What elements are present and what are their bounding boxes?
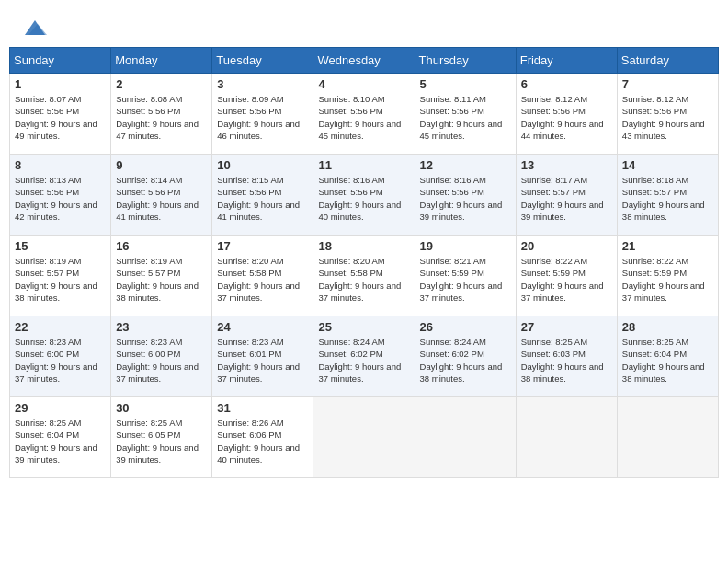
- calendar: SundayMondayTuesdayWednesdayThursdayFrid…: [9, 47, 719, 478]
- calendar-day-cell: 17 Sunrise: 8:20 AM Sunset: 5:58 PM Dayl…: [212, 236, 313, 316]
- calendar-day-cell: 16 Sunrise: 8:19 AM Sunset: 5:57 PM Dayl…: [111, 236, 212, 316]
- calendar-day-cell: 7 Sunrise: 8:12 AM Sunset: 5:56 PM Dayli…: [617, 74, 718, 155]
- day-number: 11: [318, 158, 409, 172]
- day-info: Sunrise: 8:23 AM Sunset: 6:01 PM Dayligh…: [217, 336, 308, 385]
- day-info: Sunrise: 8:14 AM Sunset: 5:56 PM Dayligh…: [116, 174, 207, 223]
- calendar-day-cell: 19 Sunrise: 8:21 AM Sunset: 5:59 PM Dayl…: [415, 236, 516, 316]
- calendar-week-row: 22 Sunrise: 8:23 AM Sunset: 6:00 PM Dayl…: [10, 316, 719, 397]
- day-info: Sunrise: 8:19 AM Sunset: 5:57 PM Dayligh…: [15, 255, 106, 304]
- day-info: Sunrise: 8:16 AM Sunset: 5:56 PM Dayligh…: [420, 174, 511, 223]
- calendar-day-cell: 3 Sunrise: 8:09 AM Sunset: 5:56 PM Dayli…: [212, 74, 313, 155]
- calendar-day-cell: 27 Sunrise: 8:25 AM Sunset: 6:03 PM Dayl…: [516, 316, 617, 397]
- calendar-day-cell: 29 Sunrise: 8:25 AM Sunset: 6:04 PM Dayl…: [10, 397, 111, 478]
- day-info: Sunrise: 8:10 AM Sunset: 5:56 PM Dayligh…: [318, 93, 409, 142]
- weekday-header: Thursday: [415, 48, 516, 74]
- day-number: 16: [116, 239, 207, 253]
- calendar-day-cell: 22 Sunrise: 8:23 AM Sunset: 6:00 PM Dayl…: [10, 316, 111, 397]
- calendar-day-cell: 11 Sunrise: 8:16 AM Sunset: 5:56 PM Dayl…: [313, 155, 415, 236]
- day-info: Sunrise: 8:18 AM Sunset: 5:57 PM Dayligh…: [622, 174, 713, 223]
- day-number: 6: [521, 77, 612, 91]
- calendar-day-cell: 14 Sunrise: 8:18 AM Sunset: 5:57 PM Dayl…: [617, 155, 718, 236]
- day-number: 3: [217, 77, 308, 91]
- day-number: 10: [217, 158, 308, 172]
- weekday-header: Monday: [111, 48, 212, 74]
- day-number: 23: [116, 320, 207, 334]
- day-number: 26: [420, 320, 511, 334]
- calendar-day-cell: 10 Sunrise: 8:15 AM Sunset: 5:56 PM Dayl…: [212, 155, 313, 236]
- page-header: [9, 9, 719, 40]
- calendar-day-cell: [617, 397, 718, 478]
- day-number: 29: [15, 401, 106, 415]
- calendar-week-row: 29 Sunrise: 8:25 AM Sunset: 6:04 PM Dayl…: [10, 397, 719, 478]
- calendar-day-cell: 20 Sunrise: 8:22 AM Sunset: 5:59 PM Dayl…: [516, 236, 617, 316]
- calendar-week-row: 15 Sunrise: 8:19 AM Sunset: 5:57 PM Dayl…: [10, 236, 719, 316]
- day-number: 30: [116, 401, 207, 415]
- day-number: 21: [622, 239, 713, 253]
- day-info: Sunrise: 8:20 AM Sunset: 5:58 PM Dayligh…: [318, 255, 409, 304]
- day-info: Sunrise: 8:12 AM Sunset: 5:56 PM Dayligh…: [622, 93, 713, 142]
- day-number: 15: [15, 239, 106, 253]
- day-number: 5: [420, 77, 511, 91]
- day-info: Sunrise: 8:23 AM Sunset: 6:00 PM Dayligh…: [15, 336, 106, 385]
- calendar-week-row: 8 Sunrise: 8:13 AM Sunset: 5:56 PM Dayli…: [10, 155, 719, 236]
- calendar-header-row: SundayMondayTuesdayWednesdayThursdayFrid…: [10, 48, 719, 74]
- logo: [23, 18, 47, 35]
- calendar-day-cell: [415, 397, 516, 478]
- day-number: 25: [318, 320, 409, 334]
- day-info: Sunrise: 8:11 AM Sunset: 5:56 PM Dayligh…: [420, 93, 511, 142]
- day-info: Sunrise: 8:25 AM Sunset: 6:04 PM Dayligh…: [622, 336, 713, 385]
- calendar-day-cell: 1 Sunrise: 8:07 AM Sunset: 5:56 PM Dayli…: [10, 74, 111, 155]
- day-number: 12: [420, 158, 511, 172]
- day-info: Sunrise: 8:25 AM Sunset: 6:05 PM Dayligh…: [116, 417, 207, 465]
- calendar-day-cell: [313, 397, 415, 478]
- day-number: 27: [521, 320, 612, 334]
- calendar-day-cell: 6 Sunrise: 8:12 AM Sunset: 5:56 PM Dayli…: [516, 74, 617, 155]
- weekday-header: Friday: [516, 48, 617, 74]
- calendar-day-cell: 23 Sunrise: 8:23 AM Sunset: 6:00 PM Dayl…: [111, 316, 212, 397]
- weekday-header: Tuesday: [212, 48, 313, 74]
- day-info: Sunrise: 8:22 AM Sunset: 5:59 PM Dayligh…: [521, 255, 612, 304]
- day-info: Sunrise: 8:25 AM Sunset: 6:03 PM Dayligh…: [521, 336, 612, 385]
- day-number: 13: [521, 158, 612, 172]
- calendar-week-row: 1 Sunrise: 8:07 AM Sunset: 5:56 PM Dayli…: [10, 74, 719, 155]
- weekday-header: Sunday: [10, 48, 111, 74]
- day-number: 8: [15, 158, 106, 172]
- day-number: 14: [622, 158, 713, 172]
- calendar-day-cell: 5 Sunrise: 8:11 AM Sunset: 5:56 PM Dayli…: [415, 74, 516, 155]
- day-info: Sunrise: 8:07 AM Sunset: 5:56 PM Dayligh…: [15, 93, 106, 142]
- day-number: 28: [622, 320, 713, 334]
- day-info: Sunrise: 8:25 AM Sunset: 6:04 PM Dayligh…: [15, 417, 106, 465]
- day-number: 20: [521, 239, 612, 253]
- calendar-day-cell: 18 Sunrise: 8:20 AM Sunset: 5:58 PM Dayl…: [313, 236, 415, 316]
- day-number: 7: [622, 77, 713, 91]
- weekday-header: Wednesday: [313, 48, 415, 74]
- day-info: Sunrise: 8:19 AM Sunset: 5:57 PM Dayligh…: [116, 255, 207, 304]
- calendar-day-cell: 9 Sunrise: 8:14 AM Sunset: 5:56 PM Dayli…: [111, 155, 212, 236]
- day-number: 9: [116, 158, 207, 172]
- day-info: Sunrise: 8:12 AM Sunset: 5:56 PM Dayligh…: [521, 93, 612, 142]
- day-number: 19: [420, 239, 511, 253]
- day-number: 31: [217, 401, 308, 415]
- calendar-day-cell: 21 Sunrise: 8:22 AM Sunset: 5:59 PM Dayl…: [617, 236, 718, 316]
- calendar-day-cell: 4 Sunrise: 8:10 AM Sunset: 5:56 PM Dayli…: [313, 74, 415, 155]
- calendar-day-cell: 15 Sunrise: 8:19 AM Sunset: 5:57 PM Dayl…: [10, 236, 111, 316]
- day-number: 24: [217, 320, 308, 334]
- day-info: Sunrise: 8:20 AM Sunset: 5:58 PM Dayligh…: [217, 255, 308, 304]
- calendar-day-cell: 25 Sunrise: 8:24 AM Sunset: 6:02 PM Dayl…: [313, 316, 415, 397]
- calendar-day-cell: 12 Sunrise: 8:16 AM Sunset: 5:56 PM Dayl…: [415, 155, 516, 236]
- day-info: Sunrise: 8:22 AM Sunset: 5:59 PM Dayligh…: [622, 255, 713, 304]
- calendar-day-cell: 31 Sunrise: 8:26 AM Sunset: 6:06 PM Dayl…: [212, 397, 313, 478]
- day-info: Sunrise: 8:17 AM Sunset: 5:57 PM Dayligh…: [521, 174, 612, 223]
- calendar-day-cell: 8 Sunrise: 8:13 AM Sunset: 5:56 PM Dayli…: [10, 155, 111, 236]
- day-info: Sunrise: 8:26 AM Sunset: 6:06 PM Dayligh…: [217, 417, 308, 465]
- calendar-day-cell: [516, 397, 617, 478]
- day-info: Sunrise: 8:24 AM Sunset: 6:02 PM Dayligh…: [420, 336, 511, 385]
- day-info: Sunrise: 8:23 AM Sunset: 6:00 PM Dayligh…: [116, 336, 207, 385]
- day-number: 18: [318, 239, 409, 253]
- day-info: Sunrise: 8:21 AM Sunset: 5:59 PM Dayligh…: [420, 255, 511, 304]
- day-number: 2: [116, 77, 207, 91]
- calendar-day-cell: 26 Sunrise: 8:24 AM Sunset: 6:02 PM Dayl…: [415, 316, 516, 397]
- calendar-day-cell: 2 Sunrise: 8:08 AM Sunset: 5:56 PM Dayli…: [111, 74, 212, 155]
- day-number: 17: [217, 239, 308, 253]
- weekday-header: Saturday: [617, 48, 718, 74]
